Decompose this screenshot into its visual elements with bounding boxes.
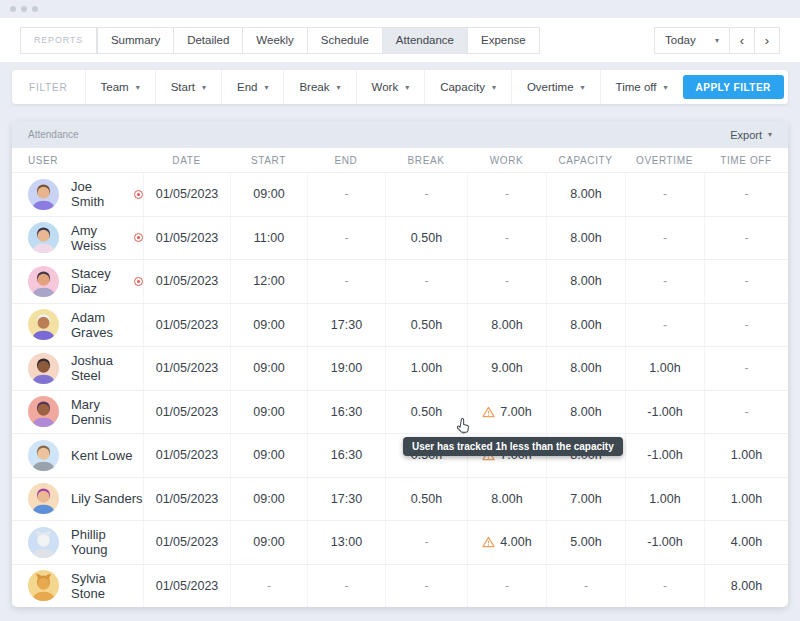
cell-end: - <box>307 565 385 608</box>
tab-weekly[interactable]: Weekly <box>242 27 308 54</box>
tab-detailed[interactable]: Detailed <box>173 27 243 54</box>
table-body: Joe Smith01/05/202309:00---8.00h--Amy We… <box>12 172 788 607</box>
cell-value: 19:00 <box>331 361 362 375</box>
window-dot-icon <box>10 6 16 12</box>
date-controls: Today ▾ ‹ › <box>654 27 780 54</box>
filter-dropdown-work[interactable]: Work▾ <box>356 70 425 104</box>
cell-time-off: - <box>704 304 788 347</box>
avatar <box>28 570 59 601</box>
cell-break: 0.50h <box>385 217 467 260</box>
filter-dropdown-time-off[interactable]: Time off▾ <box>600 70 683 104</box>
cell-capacity: 5.00h <box>546 521 625 564</box>
cell-start: 11:00 <box>230 217 307 260</box>
cell-end: 13:00 <box>307 521 385 564</box>
cell-value: 01/05/2023 <box>156 492 219 506</box>
filter-dropdown-label: Capacity <box>440 81 485 93</box>
chevron-down-icon: ▾ <box>264 83 268 92</box>
chevron-down-icon: ▾ <box>405 83 409 92</box>
export-label: Export <box>730 129 762 141</box>
window-dot-icon <box>21 6 27 12</box>
warning-icon[interactable] <box>482 406 495 418</box>
cell-value: - <box>344 231 348 245</box>
next-button[interactable]: › <box>754 27 780 54</box>
cell-break: - <box>385 173 467 216</box>
chevron-down-icon: ▾ <box>136 83 140 92</box>
filter-dropdown-team[interactable]: Team▾ <box>85 70 155 104</box>
user-cell: Sylvia Stone <box>12 565 143 608</box>
cell-capacity: 8.00h <box>546 304 625 347</box>
cell-start: 09:00 <box>230 304 307 347</box>
cell-end: - <box>307 217 385 260</box>
table-row: Stacey Diaz01/05/202312:00---8.00h-- <box>12 259 788 303</box>
column-header-time-off: TIME OFF <box>704 155 788 166</box>
prev-button[interactable]: ‹ <box>729 27 755 54</box>
cell-value: 8.00h <box>491 318 522 332</box>
apply-filter-button[interactable]: APPLY FILTER <box>683 75 784 99</box>
cell-value: - <box>663 187 667 201</box>
date-range-select[interactable]: Today ▾ <box>654 27 730 54</box>
cell-work: - <box>467 260 546 303</box>
chevron-down-icon: ▾ <box>202 83 206 92</box>
cell-value: - <box>344 579 348 593</box>
cell-work: 4.00h <box>467 521 546 564</box>
column-header-date: DATE <box>143 155 230 166</box>
tab-expense[interactable]: Expense <box>467 27 540 54</box>
cell-value: 17:30 <box>331 318 362 332</box>
cell-overtime: 1.00h <box>625 478 704 521</box>
filter-label: FILTER <box>12 82 85 93</box>
cell-value: - <box>744 318 748 332</box>
cell-value: 1.00h <box>731 492 762 506</box>
cell-value: - <box>663 274 667 288</box>
user-cell: Lily Sanders <box>12 478 143 521</box>
cell-value: 09:00 <box>253 361 284 375</box>
filter-dropdown-label: Time off <box>616 81 657 93</box>
cell-break: 0.50h <box>385 478 467 521</box>
filter-dropdown-start[interactable]: Start▾ <box>155 70 221 104</box>
cell-date: 01/05/2023 <box>143 391 230 434</box>
avatar <box>28 396 59 427</box>
cell-value: - <box>744 361 748 375</box>
cell-capacity: 8.00h <box>546 217 625 260</box>
filter-bar: FILTER Team▾Start▾End▾Break▾Work▾Capacit… <box>12 70 788 104</box>
filter-dropdown-overtime[interactable]: Overtime▾ <box>511 70 600 104</box>
panel-header: Attendance Export ▾ <box>12 121 788 148</box>
cell-time-off: - <box>704 347 788 390</box>
cell-end: - <box>307 173 385 216</box>
user-cell: Joshua Steel <box>12 347 143 390</box>
cell-value: 5.00h <box>570 535 601 549</box>
user-name: Kent Lowe <box>71 448 132 463</box>
cell-value: - <box>663 318 667 332</box>
filter-dropdown-capacity[interactable]: Capacity▾ <box>424 70 511 104</box>
table-row: Mary Dennis01/05/202309:0016:300.50h7.00… <box>12 390 788 434</box>
cell-value: 11:00 <box>254 231 284 245</box>
cell-start: - <box>230 565 307 608</box>
cell-time-off: - <box>704 260 788 303</box>
user-cell: Kent Lowe <box>12 434 143 477</box>
cell-value: - <box>424 579 428 593</box>
user-cell: Joe Smith <box>12 173 143 216</box>
cell-value: 9.00h <box>491 361 522 375</box>
filter-dropdown-end[interactable]: End▾ <box>221 70 283 104</box>
tab-summary[interactable]: Summary <box>97 27 174 54</box>
chevron-down-icon: ▾ <box>492 83 496 92</box>
table-row: Amy Weiss01/05/202311:00-0.50h-8.00h-- <box>12 216 788 260</box>
cell-date: 01/05/2023 <box>143 478 230 521</box>
user-cell: Mary Dennis <box>12 391 143 434</box>
warning-icon[interactable] <box>482 536 495 548</box>
cell-overtime: -1.00h <box>625 434 704 477</box>
chevron-down-icon: ▾ <box>768 130 772 139</box>
filter-dropdowns: Team▾Start▾End▾Break▾Work▾Capacity▾Overt… <box>85 70 683 104</box>
tab-schedule[interactable]: Schedule <box>307 27 383 54</box>
tab-attendance[interactable]: Attendance <box>382 27 468 54</box>
cell-start: 09:00 <box>230 434 307 477</box>
user-cell: Adam Graves <box>12 304 143 347</box>
cell-value: - <box>505 187 509 201</box>
export-button[interactable]: Export ▾ <box>730 129 772 141</box>
table-row: Joe Smith01/05/202309:00---8.00h-- <box>12 172 788 216</box>
column-header-break: BREAK <box>385 155 467 166</box>
cell-work: 8.00h <box>467 478 546 521</box>
cell-value: 7.00h <box>570 492 601 506</box>
filter-dropdown-break[interactable]: Break▾ <box>283 70 355 104</box>
cell-overtime: - <box>625 260 704 303</box>
cell-value: - <box>424 535 428 549</box>
